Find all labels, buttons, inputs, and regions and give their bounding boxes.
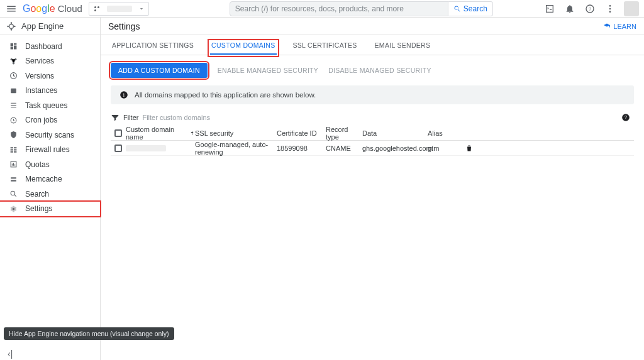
task-queues-icon bbox=[9, 101, 18, 110]
svg-point-6 bbox=[609, 8, 611, 9]
sidebar-item-cron-jobs[interactable]: Cron jobs bbox=[0, 113, 100, 128]
avatar[interactable] bbox=[624, 1, 639, 16]
svg-point-10 bbox=[14, 25, 16, 27]
cell-alias: gtm bbox=[428, 145, 462, 152]
terminal-icon[interactable] bbox=[543, 3, 556, 15]
delete-row-button[interactable] bbox=[462, 145, 477, 152]
page-header: Settings LEARN bbox=[101, 18, 644, 35]
col-record[interactable]: Record type bbox=[326, 126, 362, 141]
collapse-sidebar-icon[interactable]: ‹| bbox=[8, 349, 13, 359]
sidebar-item-quotas[interactable]: Quotas bbox=[0, 157, 100, 172]
sidebar-item-task-queues[interactable]: Task queues bbox=[0, 98, 100, 113]
gear-icon bbox=[9, 204, 18, 213]
table-row: Google-managed, auto-renewing 18599098 C… bbox=[111, 141, 634, 156]
sidebar-item-dashboard[interactable]: Dashboard bbox=[0, 39, 100, 54]
sidebar-item-instances[interactable]: Instances bbox=[0, 84, 100, 99]
search-icon bbox=[9, 190, 18, 199]
more-vert-icon[interactable] bbox=[604, 3, 616, 15]
col-alias[interactable]: Alias bbox=[428, 129, 462, 137]
logo-cloud-text: Cloud bbox=[58, 3, 82, 14]
table-header-row: Custom domain name SSL security Certific… bbox=[111, 126, 634, 141]
sidebar-item-label: Dashboard bbox=[25, 42, 62, 51]
sidebar-item-settings[interactable]: Settings bbox=[0, 202, 100, 217]
svg-point-8 bbox=[9, 24, 14, 28]
col-data[interactable]: Data bbox=[362, 129, 428, 137]
logo[interactable]: Google Cloud bbox=[23, 3, 82, 14]
sidebar-item-label: Firewall rules bbox=[25, 145, 70, 154]
sidebar-item-services[interactable]: Services bbox=[0, 54, 100, 69]
tab-email-senders[interactable]: EMAIL SENDERS bbox=[374, 41, 432, 55]
sidebar-item-label: Instances bbox=[25, 86, 57, 95]
sidebar-item-label: Memcache bbox=[25, 175, 62, 183]
tabs: APPLICATION SETTINGS CUSTOM DOMAINS SSL … bbox=[101, 35, 644, 55]
svg-point-1 bbox=[97, 6, 99, 8]
filter-label: Filter bbox=[123, 114, 138, 121]
project-name-redacted bbox=[107, 6, 132, 12]
svg-point-22 bbox=[11, 191, 15, 195]
row-checkbox[interactable] bbox=[114, 145, 122, 152]
firewall-icon bbox=[9, 145, 18, 154]
svg-point-2 bbox=[94, 9, 96, 11]
domain-name-redacted bbox=[126, 145, 166, 151]
dashboard-icon bbox=[9, 42, 18, 51]
top-bar: Google Cloud Search (/) for resources, d… bbox=[0, 0, 644, 18]
sidebar-item-firewall-rules[interactable]: Firewall rules bbox=[0, 143, 100, 158]
add-custom-domain-button[interactable]: ADD A CUSTOM DOMAIN bbox=[111, 63, 208, 78]
product-name: App Engine bbox=[21, 21, 64, 31]
notifications-icon[interactable] bbox=[564, 3, 576, 15]
filter-icon bbox=[111, 113, 119, 122]
sidebar-item-label: Quotas bbox=[25, 160, 50, 169]
cell-domain bbox=[126, 145, 195, 151]
tab-application-settings[interactable]: APPLICATION SETTINGS bbox=[111, 41, 195, 55]
col-ssl[interactable]: SSL security bbox=[195, 129, 277, 137]
sidebar-item-label: Security scans bbox=[25, 131, 74, 139]
svg-point-5 bbox=[609, 5, 611, 7]
versions-icon bbox=[9, 72, 18, 80]
sort-asc-icon bbox=[189, 130, 195, 136]
table-help-icon[interactable]: ? bbox=[621, 113, 630, 122]
sidebar-item-memcache[interactable]: Memcache bbox=[0, 172, 100, 187]
search-input[interactable]: Search (/) for resources, docs, products… bbox=[230, 1, 448, 16]
shield-icon bbox=[9, 131, 18, 139]
enable-managed-security-button[interactable]: ENABLE MANAGED SECURITY bbox=[218, 67, 318, 74]
search-button[interactable]: Search bbox=[448, 1, 493, 16]
svg-rect-21 bbox=[11, 180, 16, 181]
cell-data: ghs.googlehosted.com. bbox=[362, 145, 428, 152]
select-all-checkbox[interactable] bbox=[114, 129, 122, 137]
learn-button[interactable]: LEARN bbox=[603, 23, 636, 30]
search-button-label: Search bbox=[464, 4, 487, 13]
tab-ssl-certificates[interactable]: SSL CERTIFICATES bbox=[292, 41, 358, 55]
sidebar-header: App Engine bbox=[0, 18, 100, 35]
disable-managed-security-button[interactable]: DISABLE MANAGED SECURITY bbox=[328, 67, 431, 74]
instances-icon bbox=[9, 86, 18, 95]
topbar-right: ? bbox=[543, 1, 639, 16]
menu-icon[interactable] bbox=[5, 3, 18, 15]
sidebar-item-label: Cron jobs bbox=[25, 116, 57, 124]
learn-label: LEARN bbox=[613, 23, 636, 30]
cell-ssl: Google-managed, auto-renewing bbox=[195, 141, 277, 156]
services-icon bbox=[9, 57, 18, 65]
svg-point-0 bbox=[94, 6, 96, 8]
main: Settings LEARN APPLICATION SETTINGS CUST… bbox=[101, 18, 644, 360]
col-cert[interactable]: Certificate ID bbox=[277, 129, 326, 137]
help-icon[interactable]: ? bbox=[584, 3, 596, 15]
tab-custom-domains[interactable]: CUSTOM DOMAINS bbox=[210, 41, 276, 55]
sidebar-item-label: Task queues bbox=[25, 101, 67, 110]
filter-input[interactable]: Filter custom domains bbox=[142, 114, 210, 121]
svg-point-12 bbox=[11, 29, 13, 31]
sidebar-item-security-scans[interactable]: Security scans bbox=[0, 128, 100, 143]
action-bar: ADD A CUSTOM DOMAIN ENABLE MANAGED SECUR… bbox=[101, 55, 644, 85]
svg-rect-20 bbox=[11, 177, 16, 178]
svg-text:?: ? bbox=[589, 6, 591, 11]
learn-icon bbox=[603, 23, 611, 30]
quotas-icon bbox=[9, 160, 18, 169]
project-picker[interactable] bbox=[89, 2, 149, 16]
chevron-down-icon bbox=[138, 6, 145, 12]
sidebar-item-search[interactable]: Search bbox=[0, 187, 100, 202]
page-title: Settings bbox=[108, 21, 140, 31]
search: Search (/) for resources, docs, products… bbox=[230, 1, 493, 16]
col-domain[interactable]: Custom domain name bbox=[126, 126, 195, 141]
svg-rect-17 bbox=[11, 88, 16, 93]
sidebar-item-versions[interactable]: Versions bbox=[0, 68, 100, 84]
domains-table: Custom domain name SSL security Certific… bbox=[111, 126, 634, 156]
